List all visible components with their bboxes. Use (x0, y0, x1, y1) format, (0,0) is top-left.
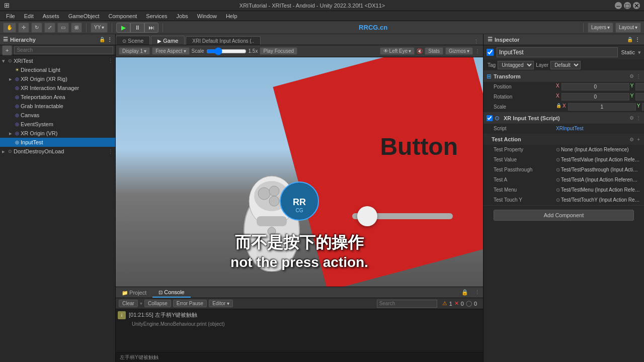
toolbar-rotate-tool[interactable]: ↻ (31, 23, 42, 33)
view-tab-more[interactable]: ⋮ (469, 38, 483, 45)
play-focused-btn[interactable]: Play Focused (260, 47, 297, 55)
hier-item-teleportation[interactable]: ▸ ◎ Teleportation Area (0, 93, 115, 102)
tag-select[interactable]: Untagged (498, 61, 534, 69)
test-passthrough-icon[interactable]: ⊙ (556, 167, 560, 172)
stats-btn[interactable]: Stats (425, 47, 443, 55)
editor-btn[interactable]: Editor ▾ (209, 300, 233, 307)
menu-gameobject[interactable]: GameObject (64, 12, 104, 20)
eye-btn[interactable]: 👁 Left Eye ▾ (380, 47, 415, 55)
test-menu-icon[interactable]: ⊙ (556, 187, 560, 193)
menu-file[interactable]: File (2, 12, 19, 20)
pause-button[interactable]: ⏸ (130, 23, 144, 33)
menu-jobs[interactable]: Jobs (173, 12, 192, 20)
toolbar-scale-tool[interactable]: ⤢ (44, 23, 55, 33)
tab-game[interactable]: ▶ Game (151, 36, 185, 45)
warning-count: 1 (449, 301, 452, 307)
script-active-checkbox[interactable] (487, 115, 493, 121)
layout-button[interactable]: Layout ▾ (615, 23, 641, 33)
rot-x-input[interactable] (561, 93, 629, 101)
inspector-more-icon[interactable]: ⋮ (635, 37, 640, 42)
hier-item-xr-origin[interactable]: ▸ ◎ XR Origin (XR Rig) (0, 74, 115, 83)
hierarchy-add-btn[interactable]: + (2, 45, 12, 55)
toolbar-transform-tool[interactable]: ⊞ (71, 23, 82, 33)
toolbar-pivot-btn[interactable]: YY ▾ (91, 23, 108, 33)
tab-console[interactable]: ⊡ Console (152, 288, 190, 298)
menu-assets[interactable]: Assets (39, 12, 63, 20)
menu-edit[interactable]: Edit (20, 12, 38, 20)
hier-item-xr-origin-vr[interactable]: ▸ ◎ XR Origin (VR) (0, 129, 115, 138)
scale-x-input[interactable] (568, 103, 636, 111)
error-pause-btn[interactable]: Error Pause (173, 300, 207, 307)
hier-item-dontdestroy[interactable]: ▸ ⊙ DontDestroyOnLoad ⋮ (0, 147, 115, 156)
script-prop-value: XRInputTest (556, 126, 640, 131)
hierarchy-content: ▾ ⊙ XRITest ⋮ ▸ ☀ Directional Light ▸ ◎ … (0, 55, 115, 362)
minimize-button[interactable]: – (615, 2, 622, 9)
hier-item-dir-light[interactable]: ▸ ☀ Directional Light (0, 65, 115, 74)
tab-scene[interactable]: ⊙ Scene (116, 36, 150, 45)
hier-item-xritest[interactable]: ▾ ⊙ XRITest ⋮ (0, 56, 115, 65)
step-button[interactable]: ⏭ (144, 23, 158, 33)
test-a-icon[interactable]: ⊙ (556, 177, 560, 183)
add-component-btn[interactable]: Add Component (494, 210, 634, 221)
play-button[interactable]: ▶ (116, 23, 130, 33)
bottom-more-icon[interactable]: ⋮ (471, 289, 483, 296)
hier-more-dontdestroy[interactable]: ⋮ (108, 148, 113, 155)
menu-help[interactable]: Help (222, 12, 242, 20)
clear-btn[interactable]: Clear (119, 300, 138, 307)
test-action-more-btn[interactable]: + (637, 137, 640, 142)
mute-icon[interactable]: 🔇 (417, 48, 423, 54)
inspector-lock-icon[interactable]: 🔒 (627, 37, 633, 42)
rot-y-input[interactable] (635, 93, 644, 101)
hierarchy-more-icon[interactable]: ⋮ (107, 37, 112, 42)
collapse-btn[interactable]: Collapse (144, 300, 171, 307)
arrow-dir-light: ▸ (9, 67, 15, 73)
test-value-icon[interactable]: ⊙ (556, 157, 560, 162)
layers-button[interactable]: Layers ▾ (588, 23, 613, 33)
test-property-icon[interactable]: ⊙ (556, 147, 560, 152)
tab-xri-input[interactable]: XRI Default Input Actions (.. (186, 36, 261, 45)
close-button[interactable]: ✕ (633, 2, 640, 9)
maximize-button[interactable]: □ (624, 2, 631, 9)
hier-item-grab[interactable]: ▸ ◎ Grab Interactable (0, 102, 115, 111)
aspect-btn[interactable]: Free Aspect ▾ (152, 47, 189, 55)
hier-item-xr-interaction-mgr[interactable]: ▸ ◎ XR Interaction Manager (0, 83, 115, 93)
hier-item-canvas[interactable]: ▸ ◎ Canvas (0, 111, 115, 120)
console-search[interactable] (377, 300, 437, 308)
hier-more-xritest[interactable]: ⋮ (108, 58, 113, 64)
scale-slider[interactable] (206, 48, 247, 54)
bottom-lock-icon[interactable]: 🔒 (458, 289, 471, 296)
status-text: 左手柄Y键被触触 (120, 354, 158, 361)
gizmos-btn[interactable]: Gizmos ▾ (445, 47, 473, 55)
test-action-settings-btn[interactable]: ⚙ (629, 137, 634, 142)
hierarchy-lock-icon[interactable]: 🔒 (99, 37, 105, 42)
hier-item-inputtest[interactable]: ▸ ◎ InputTest (0, 138, 115, 147)
menu-component[interactable]: Component (104, 12, 141, 20)
menu-bar: File Edit Assets GameObject Component Se… (0, 11, 644, 21)
transform-settings-btn[interactable]: ⚙ (629, 73, 634, 79)
script-component-icon: ⊙ (495, 115, 500, 122)
toolbar-move-tool[interactable]: ✛ (18, 23, 29, 33)
pos-x-input[interactable] (561, 83, 629, 90)
pos-y-input[interactable] (635, 83, 644, 90)
menu-window[interactable]: Window (193, 12, 221, 20)
toolbar-hand-tool[interactable]: ✋ (3, 23, 16, 33)
hier-item-eventsystem[interactable]: ▸ ◎ EventSystem (0, 120, 115, 129)
obj-name-input[interactable] (497, 47, 618, 57)
console-log-entry[interactable]: i [01:21:55] 左手柄Y键被触触 (118, 310, 481, 320)
scale-y-input[interactable] (642, 103, 644, 111)
script-more-btn[interactable]: ⋮ (636, 115, 641, 121)
transform-more-btn[interactable]: ⋮ (636, 73, 641, 79)
transform-header[interactable]: ⊞ Transform ⚙ ⋮ (484, 71, 644, 82)
view-more-icon[interactable]: ⋮ (475, 48, 480, 54)
display-btn[interactable]: Display 1 ▾ (119, 47, 150, 55)
menu-services[interactable]: Services (142, 12, 171, 20)
tab-project[interactable]: 📁 Project (116, 288, 152, 297)
obj-active-checkbox[interactable] (487, 49, 494, 56)
layer-select[interactable]: Default (550, 61, 581, 69)
script-component-header[interactable]: ⊙ XR Input Test (Script) ⚙ ⋮ (484, 113, 644, 124)
test-touch-y-icon[interactable]: ⊙ (556, 197, 560, 203)
toolbar-rect-tool[interactable]: ▭ (57, 23, 69, 33)
hierarchy-search[interactable] (14, 46, 113, 54)
script-settings-btn[interactable]: ⚙ (629, 115, 634, 121)
static-dropdown-icon[interactable]: ▾ (638, 49, 641, 56)
